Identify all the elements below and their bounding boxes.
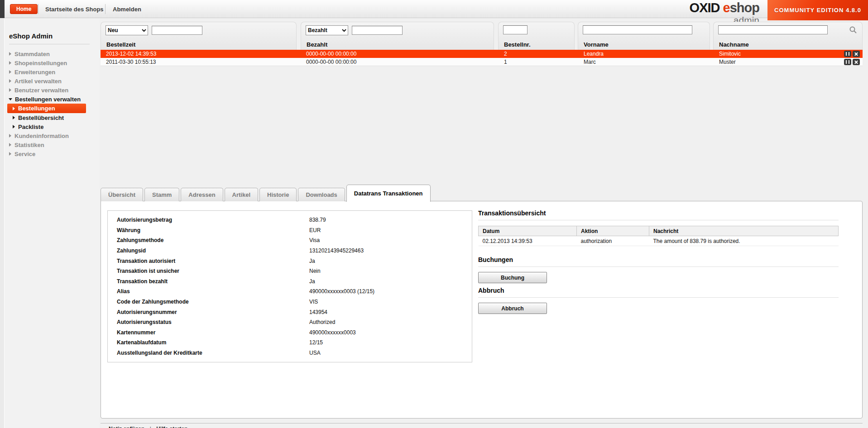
logout-link[interactable]: Abmelden xyxy=(113,6,141,13)
column-header-vorname[interactable]: Vorname xyxy=(584,41,609,48)
bestellzeit-filter-input[interactable] xyxy=(152,26,202,35)
column-header-bezahlt[interactable]: Bezahlt xyxy=(307,41,327,48)
tab-historie[interactable]: Historie xyxy=(259,188,297,201)
sidebar-item-erweiterungen[interactable]: Erweiterungen xyxy=(0,67,100,76)
footer-separator: | xyxy=(150,426,151,428)
logo-text-oxid: OXID xyxy=(690,0,720,15)
order-cell-bestellzeit: 2013-12-02 14:39:53 xyxy=(106,50,156,58)
logo-text-shop: shop xyxy=(730,0,759,15)
pause-order-icon[interactable] xyxy=(844,51,851,57)
tab-downloads[interactable]: Downloads xyxy=(298,188,345,201)
chevron-right-icon xyxy=(9,70,11,74)
sidebar-item-stammdaten[interactable]: Stammdaten xyxy=(0,49,100,58)
column-header-nachname[interactable]: Nachname xyxy=(719,41,749,48)
detail-row: Kartennummer490000xxxxxx0003 xyxy=(108,328,472,338)
sidebar-item-bestelluebersicht[interactable]: Bestellübersicht xyxy=(0,113,100,122)
pause-order-icon[interactable] xyxy=(844,59,851,65)
section-divider xyxy=(478,220,839,220)
chevron-right-icon xyxy=(13,125,15,128)
detail-label: Autorisierungsstatus xyxy=(108,319,309,325)
tab-datatrans-transaktionen[interactable]: Datatrans Transaktionen xyxy=(346,185,431,202)
order-row[interactable]: 2011-03-30 10:55:13 0000-00-00 00:00:00 … xyxy=(101,58,863,66)
detail-row: Kartenablaufdatum12/15 xyxy=(108,338,472,348)
detail-label: Autorisierungsbetrag xyxy=(108,217,309,223)
detail-value: Nein xyxy=(309,268,321,274)
logo-text-e: e xyxy=(723,0,730,15)
detail-row: Alias490000xxxxxx0003 (12/15) xyxy=(108,286,472,297)
detail-value: Ja xyxy=(309,278,315,285)
sidebar-item-packliste[interactable]: Packliste xyxy=(0,122,100,131)
start-help-link[interactable]: Hilfe starten xyxy=(156,426,187,428)
sidebar-item-label: Benutzer verwalten xyxy=(14,87,68,94)
topbar-divider xyxy=(105,4,106,14)
sidebar-item-label: Packliste xyxy=(18,124,43,130)
abort-button[interactable]: Abbruch xyxy=(478,303,547,314)
sidebar-item-label: Bestellungen verwalten xyxy=(15,96,81,103)
transaction-details-table: Autorisierungsbetrag838.79 WährungEUR Za… xyxy=(107,210,472,362)
order-status-select[interactable]: Neu xyxy=(106,25,148,35)
chevron-right-icon xyxy=(9,143,11,147)
detail-label: Alias xyxy=(108,288,309,295)
sidebar-item-statistiken[interactable]: Statistiken xyxy=(0,140,100,149)
abort-title: Abbruch xyxy=(478,287,839,294)
detail-label: Transaktion bezahlt xyxy=(108,278,309,285)
column-header-bestellnr[interactable]: Bestellnr. xyxy=(504,41,531,48)
order-cell-bestellzeit: 2011-03-30 10:55:13 xyxy=(106,58,156,66)
window-edge xyxy=(0,0,5,18)
order-cell-bestellnr: 1 xyxy=(504,58,507,66)
detail-value: Authorized xyxy=(309,319,335,325)
detail-row: Autorisierungsnummer143954 xyxy=(108,307,472,317)
column-header-bestellzeit[interactable]: Bestellzeit xyxy=(106,41,135,48)
sidebar-item-artikel-verwalten[interactable]: Artikel verwalten xyxy=(0,76,100,86)
order-row-selected[interactable]: 2013-12-02 14:39:53 0000-00-00 00:00:00 … xyxy=(101,50,863,58)
sidebar-item-kundeninformation[interactable]: Kundeninformation xyxy=(0,131,100,140)
sidebar-item-label: Service xyxy=(14,151,35,157)
nachname-filter-input[interactable] xyxy=(718,25,828,34)
detail-row: Ausstellungsland der KreditkarteUSA xyxy=(108,348,472,358)
detail-row: WährungEUR xyxy=(108,225,472,236)
sidebar-item-bestellungen[interactable]: Bestellungen xyxy=(7,104,86,113)
bestellnr-filter-input[interactable] xyxy=(503,25,528,34)
home-button[interactable]: Home xyxy=(10,4,38,14)
booking-button[interactable]: Buchung xyxy=(478,272,547,283)
sidebar-item-shopeinstellungen[interactable]: Shopeinstellungen xyxy=(0,58,100,67)
detail-value: USA xyxy=(309,350,321,356)
cancel-order-icon[interactable] xyxy=(853,59,860,65)
sidebar-item-label: Shopeinstellungen xyxy=(14,60,67,67)
vorname-filter-input[interactable] xyxy=(583,25,692,34)
detail-value: Ja xyxy=(309,258,315,264)
detail-value: EUR xyxy=(309,227,321,233)
sidebar-item-benutzer-verwalten[interactable]: Benutzer verwalten xyxy=(0,86,100,95)
abort-section: Abbruch Abbruch xyxy=(478,287,839,314)
sidebar-item-bestellungen-verwalten[interactable]: Bestellungen verwalten xyxy=(0,95,100,104)
detail-value: 838.79 xyxy=(309,217,326,223)
tab-stamm[interactable]: Stamm xyxy=(144,188,179,201)
sidebar-item-label: Bestellungen xyxy=(18,105,55,112)
tab-adressen[interactable]: Adressen xyxy=(181,188,223,201)
filter-panel-vorname: Vorname xyxy=(578,22,710,50)
table-header-row: Datum Aktion Nachricht xyxy=(479,226,839,236)
column-header-datum: Datum xyxy=(479,226,577,236)
pause-glyph xyxy=(846,60,849,64)
bezahlt-filter-input[interactable] xyxy=(352,26,403,35)
section-divider xyxy=(478,266,839,267)
topbar-divider xyxy=(38,4,38,14)
sidebar-divider xyxy=(9,44,90,44)
chevron-right-icon xyxy=(9,79,11,83)
tab-artikel[interactable]: Artikel xyxy=(225,188,258,201)
paid-status-select[interactable]: Bezahlt xyxy=(306,25,348,35)
search-icon[interactable] xyxy=(849,26,858,35)
detail-row: Transaktion ist unsicherNein xyxy=(108,266,472,276)
transaction-overview-section: Transaktionsübersicht Datum Aktion Nachr… xyxy=(478,209,839,314)
bookings-title: Buchungen xyxy=(478,256,839,263)
cancel-order-icon[interactable] xyxy=(853,51,860,57)
filter-panel-bestellzeit: Neu Bestellzeit xyxy=(101,22,297,50)
detail-label: Kartennummer xyxy=(108,329,309,336)
pause-glyph xyxy=(846,52,849,56)
tab-uebersicht[interactable]: Übersicht xyxy=(101,188,143,201)
sidebar-item-service[interactable]: Service xyxy=(0,149,100,158)
shop-start-link[interactable]: Startseite des Shops xyxy=(45,6,104,13)
chevron-right-icon xyxy=(9,52,11,56)
filter-panel-bezahlt: Bezahlt Bezahlt xyxy=(301,22,494,50)
add-note-link[interactable]: Notiz anfügen xyxy=(109,426,144,428)
